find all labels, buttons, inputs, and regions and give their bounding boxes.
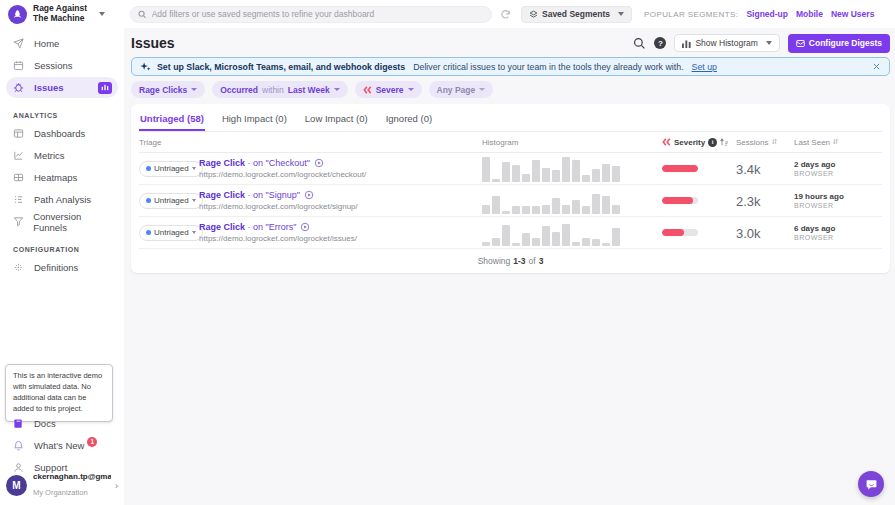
sidebar-item-label: Path Analysis — [34, 194, 91, 205]
issue-link[interactable]: Rage Click · on "Checkout" — [199, 158, 310, 168]
info-icon[interactable]: i — [708, 138, 717, 147]
chevron-down-icon — [192, 167, 196, 170]
layers-icon — [529, 10, 538, 19]
issue-row[interactable]: Untriaged Rage Click · on "Errors" https… — [139, 217, 882, 249]
table-header: Triage Histogram Severity i Sessions Las… — [139, 132, 882, 153]
tab-high-impact[interactable]: High Impact (0) — [221, 109, 288, 131]
play-icon[interactable] — [314, 158, 324, 168]
sessions-count: 3.4k — [736, 162, 761, 177]
dashboard-icon — [12, 128, 25, 139]
filter-chip-occurred[interactable]: Occurred within Last Week — [212, 81, 347, 98]
bug-icon — [12, 82, 25, 93]
chevron-down-icon — [766, 41, 772, 45]
book-icon — [12, 418, 25, 429]
saved-segments-button[interactable]: Saved Segments — [521, 6, 632, 23]
chevron-down-icon — [191, 88, 197, 91]
close-icon[interactable] — [872, 62, 881, 71]
triage-dropdown[interactable]: Untriaged — [139, 225, 203, 241]
severity-bar — [662, 229, 698, 236]
issue-link[interactable]: Rage Click · on "Errors" — [199, 222, 296, 232]
issue-row[interactable]: Untriaged Rage Click · on "Signup" https… — [139, 185, 882, 217]
chevron-down-icon — [618, 12, 624, 16]
severity-bar — [662, 165, 698, 172]
calendar-icon — [12, 60, 25, 71]
pagination-status: Showing 1-3 of 3 — [139, 249, 882, 273]
chevron-down-icon — [99, 12, 105, 16]
issue-url: https://demo.logrocket.com/logrocket/iss… — [199, 234, 482, 243]
chevron-down-icon — [334, 88, 340, 91]
status-dot-icon — [146, 166, 151, 171]
search-icon[interactable] — [633, 37, 646, 50]
sidebar-item-label: Docs — [34, 418, 56, 429]
sidebar-item-sessions[interactable]: Sessions — [6, 55, 118, 76]
column-last-seen[interactable]: Last Seen — [794, 138, 882, 147]
configure-digests-button[interactable]: Configure Digests — [788, 34, 890, 53]
segment-link-new-users[interactable]: New Users — [831, 9, 874, 19]
sessions-count: 3.0k — [736, 226, 761, 241]
show-histogram-dropdown[interactable]: Show Histogram — [674, 34, 779, 52]
account-org: My Organization — [33, 488, 88, 497]
tab-untriaged[interactable]: Untriaged (58) — [139, 109, 205, 131]
workspace-switcher[interactable]: Rage Against The Machine — [0, 4, 124, 24]
triage-dropdown[interactable]: Untriaged — [139, 193, 203, 209]
sidebar-item-heatmaps[interactable]: Heatmaps — [6, 167, 118, 188]
banner-bold-text: Set up Slack, Microsoft Teams, email, an… — [157, 62, 405, 72]
filter-chip-severity[interactable]: Severe — [355, 81, 422, 98]
sidebar-item-label: Issues — [34, 82, 64, 93]
sparkle-icon — [12, 262, 25, 273]
chevron-right-icon: › — [115, 481, 118, 491]
filter-chip-rage-clicks[interactable]: Rage Clicks — [131, 81, 205, 98]
sidebar-item-home[interactable]: Home — [6, 33, 118, 54]
page-title: Issues — [131, 35, 175, 51]
banner-text: Deliver critical issues to your team in … — [413, 62, 683, 72]
sidebar-item-docs[interactable]: Docs — [6, 413, 118, 434]
sidebar-item-whats-new[interactable]: What's New 1 — [6, 435, 118, 456]
filter-bar: Rage Clicks Occurred within Last Week Se… — [131, 81, 890, 98]
segment-link-signed-up[interactable]: Signed-up — [746, 9, 788, 19]
chat-widget-button[interactable] — [858, 471, 884, 497]
column-sessions[interactable]: Sessions — [736, 138, 794, 147]
last-seen-platform: BROWSER — [794, 234, 882, 241]
sidebar-item-label: What's New — [34, 440, 84, 451]
play-icon[interactable] — [300, 222, 310, 232]
paper-plane-icon — [12, 38, 25, 49]
triage-dropdown[interactable]: Untriaged — [139, 161, 203, 177]
issue-link[interactable]: Rage Click · on "Signup" — [199, 190, 300, 200]
account-menu[interactable]: M ckernaghan.tp@gmail.c... My Organizati… — [0, 468, 124, 503]
list-tree-icon — [12, 194, 25, 205]
filter-chip-any-page[interactable]: Any Page — [429, 81, 494, 98]
banner-set-up-link[interactable]: Set up — [692, 62, 717, 72]
issue-row[interactable]: Untriaged Rage Click · on "Checkout" htt… — [139, 153, 882, 185]
chart-lines-icon — [12, 150, 25, 161]
chevron-down-icon — [192, 231, 196, 234]
global-search[interactable] — [130, 6, 492, 23]
sidebar-item-label: Sessions — [34, 60, 73, 71]
sidebar-item-label: Heatmaps — [34, 172, 77, 183]
sidebar-item-label: Dashboards — [34, 128, 85, 139]
sessions-count: 2.3k — [736, 194, 761, 209]
column-severity[interactable]: Severity i — [662, 138, 736, 147]
tab-ignored[interactable]: Ignored (0) — [385, 109, 433, 131]
sidebar-item-metrics[interactable]: Metrics — [6, 145, 118, 166]
show-histogram-label: Show Histogram — [695, 38, 757, 48]
sidebar-section-configuration: CONFIGURATION — [13, 246, 124, 253]
sidebar-item-label: Metrics — [34, 150, 65, 161]
sort-icon[interactable] — [720, 138, 728, 146]
sidebar-item-issues[interactable]: Issues — [6, 77, 118, 98]
funnel-icon — [12, 216, 24, 227]
sidebar-item-conversion-funnels[interactable]: Conversion Funnels — [6, 211, 118, 232]
sidebar-item-path-analysis[interactable]: Path Analysis — [6, 189, 118, 210]
sidebar: Home Sessions Issues ANALYTICS Dashboard… — [0, 28, 124, 505]
segment-link-mobile[interactable]: Mobile — [796, 9, 823, 19]
search-input[interactable] — [152, 9, 484, 19]
sidebar-item-dashboards[interactable]: Dashboards — [6, 123, 118, 144]
severity-icon — [363, 86, 372, 94]
last-seen-time: 6 days ago — [794, 224, 882, 233]
play-icon[interactable] — [304, 190, 314, 200]
refresh-icon[interactable] — [500, 9, 511, 20]
whats-new-count-badge: 1 — [87, 437, 97, 447]
sidebar-item-definitions[interactable]: Definitions — [6, 257, 118, 278]
tab-low-impact[interactable]: Low Impact (0) — [304, 109, 369, 131]
topbar: Rage Against The Machine Saved Segments … — [0, 0, 895, 28]
help-icon[interactable]: ? — [654, 37, 666, 49]
